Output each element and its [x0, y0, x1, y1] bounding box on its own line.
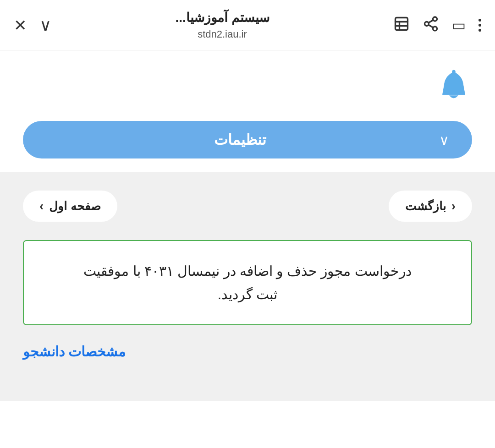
settings-label: تنظیمات: [41, 131, 439, 148]
svg-rect-5: [396, 18, 408, 30]
settings-button[interactable]: ∨ تنظیمات: [23, 121, 472, 158]
success-message-box: درخواست مجوز حذف و اضافه در نیمسال ۴۰۳۱ …: [23, 240, 472, 325]
student-info-section: مشخصات دانشجو: [23, 344, 472, 360]
share-icon[interactable]: [423, 16, 439, 34]
back-chevron-icon: ‹: [451, 199, 456, 213]
more-options-icon[interactable]: [478, 19, 481, 32]
bell-container: [23, 69, 472, 107]
browser-url[interactable]: stdn2.iau.ir: [60, 28, 384, 40]
svg-line-3: [429, 25, 433, 27]
browser-bar-center: سیستم آموزشیا... stdn2.iau.ir: [51, 10, 393, 40]
bookmark-icon[interactable]: ▭: [452, 18, 466, 33]
tab-layout-icon[interactable]: [393, 16, 410, 34]
back-button[interactable]: ‹ بازگشت: [389, 191, 472, 222]
browser-title: سیستم آموزشیا...: [60, 10, 384, 26]
nav-buttons-row: ‹ بازگشت › صفحه اول: [23, 191, 472, 222]
chevron-down-icon[interactable]: ∨: [39, 17, 51, 33]
settings-chevron-icon: ∨: [439, 132, 449, 148]
home-chevron-icon: ›: [39, 199, 44, 213]
home-label: صفحه اول: [49, 199, 100, 213]
gray-section: ‹ بازگشت › صفحه اول درخواست مجوز حذف و ا…: [0, 172, 495, 401]
svg-rect-9: [452, 70, 456, 74]
browser-bar-right-icons: ∨ ✕: [14, 17, 51, 33]
svg-line-4: [429, 20, 433, 23]
back-label: بازگشت: [405, 199, 446, 213]
close-icon[interactable]: ✕: [14, 17, 27, 33]
success-line1: درخواست مجوز حذف و اضافه در نیمسال ۴۰۳۱ …: [83, 263, 411, 279]
home-button[interactable]: › صفحه اول: [23, 191, 117, 222]
success-text: درخواست مجوز حذف و اضافه در نیمسال ۴۰۳۱ …: [44, 259, 451, 306]
success-line2: ثبت گردید.: [218, 287, 278, 302]
page-white-section: ∨ تنظیمات: [0, 50, 495, 172]
browser-bar-left-icons: ▭: [393, 16, 481, 34]
student-info-link[interactable]: مشخصات دانشجو: [23, 344, 126, 359]
bell-icon: [435, 69, 472, 107]
browser-bar: ▭ سیستم آموزشیا... stdn2.iau.ir: [0, 0, 495, 50]
